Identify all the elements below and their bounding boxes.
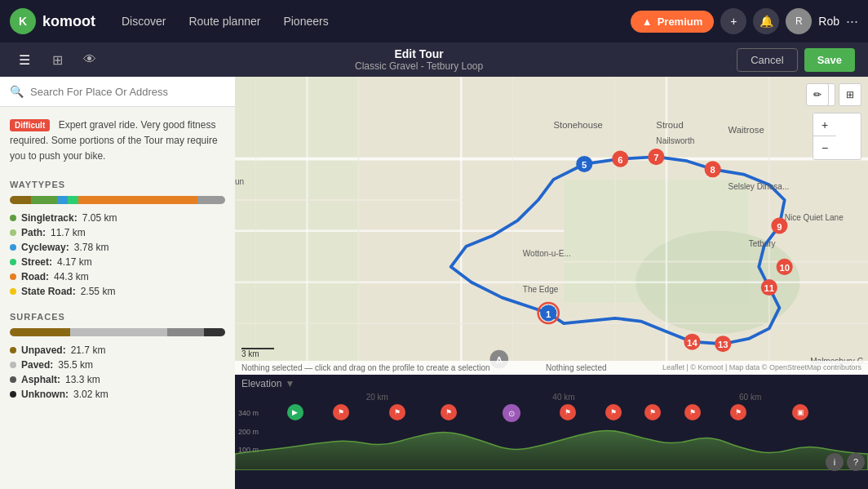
list-item: Unpaved: 21.7 km bbox=[10, 343, 225, 358]
svg-point-29 bbox=[771, 217, 787, 233]
mountain-icon: ▲ bbox=[642, 16, 653, 28]
map-status: Nothing selected — click and drag on the… bbox=[241, 363, 490, 372]
svg-text:13: 13 bbox=[718, 340, 728, 349]
path-label: Path: bbox=[21, 227, 46, 238]
surface-seg-1 bbox=[70, 328, 167, 336]
road-label: Road: bbox=[21, 271, 49, 282]
search-box: 🔍 bbox=[0, 77, 235, 107]
paved-value: 35.5 km bbox=[58, 359, 93, 371]
asphalt-dot bbox=[10, 376, 16, 383]
notifications-button[interactable]: 🔔 bbox=[753, 8, 779, 34]
nav-discover[interactable]: Discover bbox=[112, 10, 175, 33]
svg-text:10: 10 bbox=[779, 263, 790, 273]
waytype-list: Singletrack: 7.05 km Path: 11.7 km Cycle… bbox=[0, 211, 235, 305]
svg-text:7: 7 bbox=[653, 153, 658, 162]
svg-rect-2 bbox=[564, 180, 749, 303]
path-value: 11.7 km bbox=[51, 227, 86, 238]
nav-route-planner[interactable]: Route planner bbox=[179, 10, 270, 33]
svg-text:5: 5 bbox=[582, 160, 587, 170]
list-item: Path: 11.7 km bbox=[10, 225, 225, 240]
svg-text:Waitrose: Waitrose bbox=[728, 125, 764, 135]
elevation-svg bbox=[235, 417, 868, 470]
asphalt-value: 13.3 km bbox=[65, 374, 100, 385]
zoom-in-button[interactable]: + bbox=[813, 113, 836, 136]
save-button[interactable]: Save bbox=[804, 48, 855, 72]
path-dot bbox=[10, 229, 16, 236]
elevation-header: Elevation ▼ bbox=[235, 375, 868, 393]
layers-button[interactable]: ⊞ bbox=[839, 83, 861, 106]
map-container[interactable]: 1 5 6 7 8 9 10 11 13 14 bbox=[235, 77, 868, 375]
list-view-button[interactable]: ☰ bbox=[13, 48, 36, 71]
paved-dot bbox=[10, 362, 16, 368]
y-label-100: 100 m bbox=[238, 446, 259, 454]
svg-point-3 bbox=[636, 231, 799, 334]
y-label-200: 200 m bbox=[238, 428, 259, 436]
more-options-button[interactable]: ··· bbox=[846, 13, 858, 30]
cycleway-label: Cycleway: bbox=[21, 242, 69, 253]
difficulty-badge: Difficult bbox=[10, 119, 50, 131]
eye-view-button[interactable]: 👁 bbox=[78, 48, 101, 71]
left-panel: 🔍 Difficult Expert gravel ride. Very goo… bbox=[0, 77, 235, 489]
elevation-y-labels: 340 m 200 m 100 m bbox=[238, 409, 259, 454]
list-item: Cycleway: 3.78 km bbox=[10, 240, 225, 255]
cancel-button[interactable]: Cancel bbox=[737, 48, 797, 72]
waytype-seg-4 bbox=[78, 196, 197, 204]
svg-point-37 bbox=[684, 334, 700, 350]
svg-point-25 bbox=[648, 149, 664, 165]
waytype-seg-0 bbox=[10, 196, 31, 204]
zoom-out-button[interactable]: − bbox=[813, 136, 836, 159]
surface-seg-0 bbox=[10, 328, 70, 336]
svg-point-33 bbox=[761, 279, 777, 296]
svg-point-39 bbox=[538, 303, 559, 323]
tour-info: Edit Tour Classic Gravel - Tetbury Loop bbox=[355, 47, 483, 72]
question-button[interactable]: ? bbox=[847, 453, 865, 471]
list-item: Road: 44.3 km bbox=[10, 269, 225, 284]
edit-map-button[interactable]: ✏ bbox=[806, 83, 829, 106]
paved-label: Paved: bbox=[21, 359, 53, 371]
add-button[interactable]: + bbox=[720, 8, 746, 34]
surface-seg-3 bbox=[204, 328, 225, 336]
svg-text:Rising Sun: Rising Sun bbox=[235, 177, 244, 186]
road-value: 44.3 km bbox=[54, 271, 89, 282]
avatar: R bbox=[786, 8, 812, 34]
grid-view-button[interactable]: ⊞ bbox=[46, 48, 69, 71]
street-label: Street: bbox=[21, 256, 52, 268]
nav-pioneers[interactable]: Pioneers bbox=[273, 10, 338, 33]
svg-text:Tetbury: Tetbury bbox=[749, 239, 776, 248]
search-icon: 🔍 bbox=[10, 85, 24, 98]
singletrack-dot bbox=[10, 215, 16, 221]
premium-button[interactable]: ▲ Premium bbox=[631, 11, 715, 33]
info-button[interactable]: i bbox=[826, 453, 844, 471]
unknown-label: Unknown: bbox=[21, 389, 69, 400]
elevation-dropdown-icon[interactable]: ▼ bbox=[285, 378, 294, 389]
surface-list: Unpaved: 21.7 km Paved: 35.5 km Asphalt:… bbox=[0, 343, 235, 408]
elevation-label: Elevation bbox=[241, 378, 281, 389]
unpaved-value: 21.7 km bbox=[71, 345, 106, 356]
elevation-chart[interactable]: 20 km 40 km 60 km ▶ ⚑ ⚑ ⚑ ⊙ ⚑ ⚑ ⚑ ⚑ ⚑ ▣ bbox=[235, 393, 868, 474]
zoom-controls: + − bbox=[813, 113, 861, 160]
svg-text:Stroud: Stroud bbox=[656, 120, 683, 130]
svg-text:The Edge: The Edge bbox=[523, 285, 559, 294]
svg-text:Nice Quiet Lane: Nice Quiet Lane bbox=[785, 213, 844, 222]
singletrack-label: Singletrack: bbox=[21, 212, 78, 224]
edit-tour-title: Edit Tour bbox=[355, 47, 483, 60]
map-attribution: Nothing selected — click and drag on the… bbox=[235, 361, 868, 375]
svg-text:8: 8 bbox=[710, 165, 715, 175]
action-buttons: Cancel Save bbox=[737, 48, 855, 72]
waytypes-bar bbox=[10, 196, 225, 204]
help-buttons: i ? bbox=[826, 453, 865, 471]
waytype-seg-2 bbox=[57, 196, 68, 204]
cycleway-value: 3.78 km bbox=[74, 242, 109, 253]
list-item: Paved: 35.5 km bbox=[10, 358, 225, 372]
street-dot bbox=[10, 259, 16, 265]
y-label-340: 340 m bbox=[238, 409, 259, 417]
search-input[interactable] bbox=[30, 86, 225, 98]
unknown-value: 3.02 km bbox=[73, 389, 108, 400]
app-name: komoot bbox=[42, 13, 95, 30]
svg-text:11: 11 bbox=[764, 283, 775, 293]
surfaces-title: SURFACES bbox=[0, 305, 235, 325]
nav-links: Discover Route planner Pioneers bbox=[112, 10, 631, 33]
attribution-text: Leaflet | © Komoot | Map data © OpenStre… bbox=[662, 363, 861, 372]
main-content: 🔍 Difficult Expert gravel ride. Very goo… bbox=[0, 77, 868, 489]
svg-rect-1 bbox=[235, 77, 358, 375]
